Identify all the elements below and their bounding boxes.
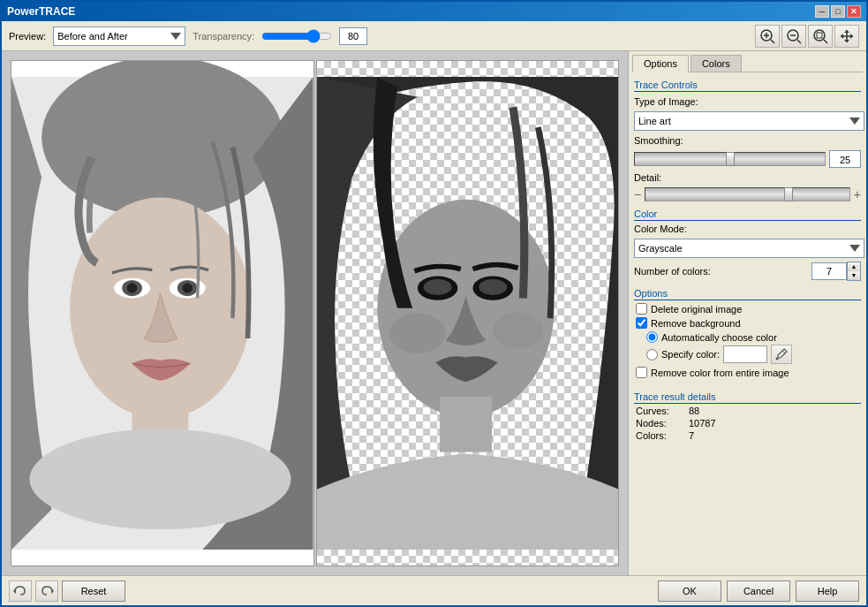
tab-colors[interactable]: Colors <box>691 55 742 72</box>
smoothing-thumb[interactable] <box>726 152 735 166</box>
color-mode-select[interactable]: Grayscale Black and white Automatic Full… <box>634 239 864 258</box>
remove-color-checkbox[interactable] <box>636 367 647 378</box>
detail-plus-button[interactable]: + <box>854 188 861 201</box>
specify-color-label: Specify color: <box>661 349 720 360</box>
detail-track[interactable] <box>645 187 850 201</box>
maximize-button[interactable]: □ <box>831 5 845 18</box>
color-swatch[interactable] <box>723 345 767 363</box>
bottom-left: Reset <box>9 580 125 602</box>
svg-line-1 <box>771 40 774 43</box>
tab-options[interactable]: Options <box>632 55 689 72</box>
num-colors-label: Number of colors: <box>634 266 711 277</box>
num-colors-spinner: ▲ ▼ <box>811 262 861 281</box>
minimize-button[interactable]: ─ <box>815 5 829 18</box>
toolbar-icons <box>755 25 859 48</box>
main-window: PowerTRACE ─ □ ✕ Preview: Before and Aft… <box>0 0 868 607</box>
preview-select[interactable]: Before and After Before After <box>53 27 185 46</box>
nodes-label: Nodes: <box>636 418 689 429</box>
delete-original-row: Delete original image <box>636 303 859 315</box>
color-header: Color <box>634 209 861 221</box>
remove-background-row: Remove background <box>636 317 859 329</box>
remove-color-row: Remove color from entire image <box>636 367 859 378</box>
smoothing-label: Smoothing: <box>634 135 683 146</box>
transparency-label: Transparency: <box>192 31 254 42</box>
svg-point-25 <box>423 279 451 295</box>
smoothing-value[interactable]: 25 <box>829 150 861 168</box>
reset-button[interactable]: Reset <box>62 580 125 602</box>
redo-icon <box>40 585 54 597</box>
eyedropper-button[interactable] <box>771 345 792 364</box>
preview-label: Preview: <box>9 31 46 42</box>
tabs-header: Options Colors <box>632 55 863 72</box>
curves-label: Curves: <box>636 406 689 416</box>
remove-background-label: Remove background <box>651 318 741 329</box>
remove-background-checkbox[interactable] <box>636 317 647 329</box>
eyedropper-icon <box>775 348 788 360</box>
svg-point-27 <box>479 279 507 295</box>
transparency-slider[interactable] <box>261 29 332 43</box>
zoom-in-button[interactable] <box>755 25 780 48</box>
zoom-in-icon <box>759 28 775 44</box>
smoothing-track[interactable] <box>634 152 826 166</box>
titlebar: PowerTRACE ─ □ ✕ <box>2 2 866 21</box>
detail-thumb[interactable] <box>784 187 793 201</box>
num-colors-input[interactable] <box>811 262 847 280</box>
specify-color-row: Specify color: <box>646 345 849 364</box>
spinner-arrows: ▲ ▼ <box>847 262 861 281</box>
svg-point-14 <box>29 429 291 529</box>
colors-row: Colors: 7 <box>636 430 859 441</box>
main-content: Options Colors Trace Controls Type of Im… <box>2 51 866 575</box>
trace-result-header: Trace result details <box>634 391 861 404</box>
zoom-out-icon <box>786 28 802 44</box>
specify-color-radio[interactable] <box>646 349 658 360</box>
zoom-out-button[interactable] <box>781 25 806 48</box>
ok-button[interactable]: OK <box>658 580 721 602</box>
num-colors-row: Number of colors: ▲ ▼ <box>634 262 861 281</box>
detail-slider-row: − + <box>634 187 861 201</box>
after-panel <box>316 60 620 566</box>
window-title: PowerTRACE <box>7 5 75 18</box>
trace-controls-header: Trace Controls <box>634 80 861 92</box>
spinner-down-button[interactable]: ▼ <box>848 271 860 280</box>
preview-area <box>2 51 628 575</box>
svg-point-7 <box>814 30 825 41</box>
zoom-fit-button[interactable] <box>808 25 833 48</box>
right-panel: Options Colors Trace Controls Type of Im… <box>628 51 866 575</box>
svg-rect-9 <box>817 33 822 38</box>
detail-label-row: Detail: <box>634 172 861 183</box>
type-of-image-select[interactable]: Line art Logo Detailed logo Clipart Low … <box>634 111 864 131</box>
type-of-image-label: Type of Image: <box>634 96 698 107</box>
auto-choose-row: Automatically choose color <box>646 331 849 343</box>
after-portrait <box>317 61 619 565</box>
smoothing-label-row: Smoothing: <box>634 135 861 146</box>
svg-point-20 <box>183 283 192 292</box>
undo-button[interactable] <box>9 580 32 602</box>
svg-point-29 <box>493 312 543 348</box>
spinner-up-button[interactable]: ▲ <box>848 262 860 271</box>
delete-original-checkbox[interactable] <box>636 303 647 315</box>
titlebar-buttons: ─ □ ✕ <box>815 5 861 18</box>
delete-original-label: Delete original image <box>651 304 742 315</box>
transparency-value[interactable] <box>339 27 367 45</box>
zoom-fit-icon <box>812 28 828 44</box>
nodes-value: 10787 <box>689 418 716 429</box>
bottom-bar: Reset OK Cancel Help <box>2 575 866 605</box>
pan-button[interactable] <box>834 25 859 48</box>
cancel-button[interactable]: Cancel <box>727 580 790 602</box>
close-button[interactable]: ✕ <box>847 5 861 18</box>
auto-choose-radio[interactable] <box>646 331 658 343</box>
result-section: Trace result details Curves: 88 Nodes: 1… <box>632 388 863 443</box>
redo-button[interactable] <box>35 580 58 602</box>
color-mode-label-row: Color Mode: <box>634 224 861 234</box>
pan-icon <box>839 28 855 44</box>
svg-point-17 <box>127 283 137 292</box>
colors-value: 7 <box>689 430 694 441</box>
toolbar: Preview: Before and After Before After T… <box>2 21 866 51</box>
undo-icon <box>13 585 27 597</box>
detail-minus-button[interactable]: − <box>634 188 641 201</box>
svg-rect-23 <box>439 397 491 452</box>
options-section: Options Delete original image Remove bac… <box>632 283 863 381</box>
help-button[interactable]: Help <box>796 580 859 602</box>
before-portrait <box>11 61 313 565</box>
auto-choose-label: Automatically choose color <box>661 332 777 343</box>
